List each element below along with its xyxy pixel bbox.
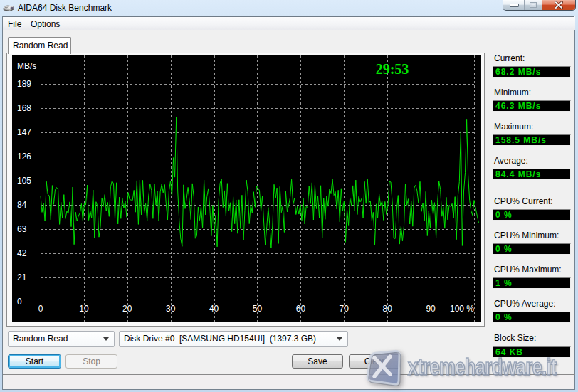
svg-text:10: 10 — [79, 304, 89, 314]
svg-text:147: 147 — [17, 127, 31, 137]
svg-text:168: 168 — [17, 103, 31, 113]
svg-text:84: 84 — [17, 200, 27, 210]
svg-text:70: 70 — [340, 304, 350, 314]
svg-text:29:53: 29:53 — [376, 61, 409, 77]
svg-text:42: 42 — [17, 248, 27, 258]
svg-text:105: 105 — [17, 176, 31, 186]
svg-text:0: 0 — [17, 297, 22, 307]
svg-text:0: 0 — [38, 304, 43, 314]
svg-text:126: 126 — [17, 152, 31, 161]
svg-text:50: 50 — [253, 304, 263, 314]
svg-text:189: 189 — [17, 79, 31, 89]
svg-text:90: 90 — [426, 304, 436, 314]
svg-text:30: 30 — [166, 304, 176, 314]
svg-text:63: 63 — [17, 224, 27, 234]
svg-text:MB/s: MB/s — [17, 61, 36, 71]
svg-text:80: 80 — [383, 304, 393, 314]
svg-text:21: 21 — [17, 272, 27, 282]
svg-text:40: 40 — [209, 304, 219, 314]
svg-text:100 %: 100 % — [450, 304, 474, 314]
svg-text:60: 60 — [296, 304, 306, 314]
svg-text:20: 20 — [122, 304, 132, 314]
